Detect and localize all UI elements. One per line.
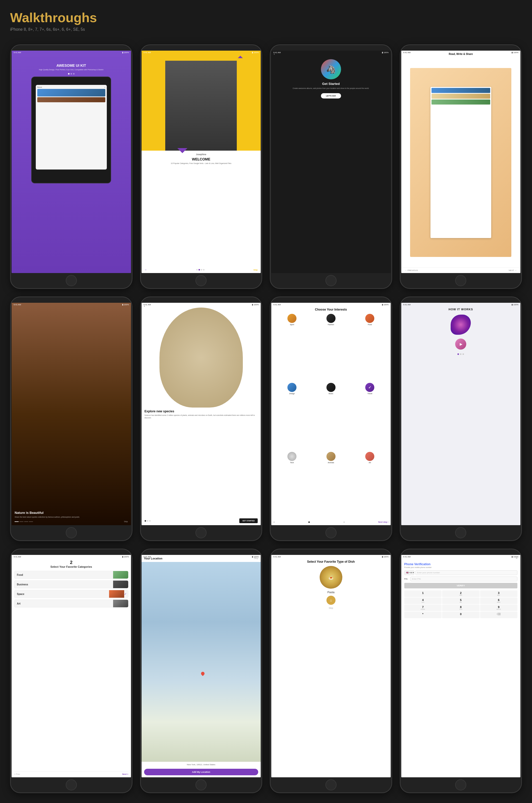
p6-cta-button[interactable]: GET STARTED <box>239 518 258 523</box>
p9-prev-button[interactable]: < Prev <box>14 773 20 775</box>
p12-key-9[interactable]: 9 WXYZ <box>480 605 518 611</box>
p4-next-button[interactable]: NEXT → <box>509 269 517 271</box>
p3-content: ‹ 🦓 Get Started Create awesome albums, a… <box>271 51 391 273</box>
p9-step-number: 2 <box>14 560 129 565</box>
p7-music[interactable]: Music <box>312 383 350 451</box>
p9-title: Select Your Favorite Categories <box>14 565 129 568</box>
p5-content: Nature is Beautiful Share the best natur… <box>12 303 131 525</box>
p11-select-button[interactable]: ⌂ <box>326 596 336 605</box>
p7-travel[interactable]: ✓ Travel <box>351 383 389 451</box>
phone-8-home <box>455 527 466 538</box>
phone-2-notch <box>177 45 225 51</box>
p9-food-img <box>113 571 128 578</box>
p2-triangle <box>177 148 187 153</box>
p9-business-label: Business <box>14 583 113 586</box>
p2-back-arrow-icon[interactable]: ← <box>145 268 148 271</box>
p7-animals[interactable]: Animals <box>312 452 350 519</box>
p12-key-2[interactable]: 2 ABC <box>442 590 480 597</box>
p5-footer: Skip <box>15 520 128 523</box>
p7-fashion[interactable]: Fashion <box>312 314 350 381</box>
p1-inner-img1 <box>37 89 105 96</box>
p1-phone-mockup: Recent ⌕ <box>31 77 111 184</box>
phone-12-screen: 9:41 AM ▮ 100% ✕ Phone Verification Prov… <box>401 555 521 777</box>
battery: ▮ 100% <box>122 556 129 558</box>
p2-dot-4 <box>203 269 205 270</box>
p6-bird-section <box>141 308 261 407</box>
phone-4-status: 9:41 AM ▮ 100% <box>401 51 521 54</box>
time: 9:41 AM <box>403 51 411 54</box>
p5-progress-lines <box>15 521 33 522</box>
time: 9:41 AM <box>403 304 411 306</box>
p12-key-star[interactable]: * <box>404 612 442 618</box>
p8-blob-visual <box>451 314 471 335</box>
p11-home-icon: ⌂ <box>330 598 332 602</box>
p12-key-4[interactable]: 4 GHI <box>404 597 442 604</box>
p5-text-content: Nature is Beautiful Share the best natur… <box>15 511 128 523</box>
p8-play-button[interactable]: ▶ <box>455 339 466 350</box>
p1-dot-2 <box>71 73 72 75</box>
p6-bird-image <box>159 308 243 407</box>
p11-content: Select Your Favorite Type of Dish 🍝 Past… <box>271 555 391 777</box>
p4-hand-img <box>410 68 511 257</box>
p12-key-1[interactable]: 1 <box>404 590 442 597</box>
p9-art-item[interactable]: Art <box>14 599 129 608</box>
p7-dot-3 <box>343 521 345 523</box>
p7-sport[interactable]: Sport <box>273 314 311 381</box>
p11-dish-image: 🍝 <box>320 566 342 589</box>
phone-6-home <box>195 527 207 538</box>
p11-skip-button[interactable]: Skip <box>329 607 333 609</box>
phone-10-screen: 9:41 AM ▮ 100% Your Location Skip New Yo… <box>141 555 261 777</box>
p2-skip-button[interactable]: Skip <box>253 269 258 271</box>
phone-2-screen: 9:41 AM ▮ 100% Josephine WELCOME 10 Popu… <box>141 51 261 273</box>
p4-previous-button[interactable]: ← PREVIOUS <box>405 269 418 271</box>
p9-business-item[interactable]: Business <box>14 580 129 588</box>
phone-8-screen: 9:41 AM ▮ 100% HOW IT WORKS ▶ <box>401 303 521 525</box>
p3-desc: Create awesome albums, add photos from y… <box>289 85 373 91</box>
p7-food-icon <box>365 314 374 323</box>
p12-verify-button[interactable]: VERIFY <box>404 583 518 588</box>
p12-pin-input[interactable]: Enter PIN <box>410 577 518 581</box>
p1-inner-header: Recent ⌕ <box>37 87 105 88</box>
phone-7: 9:41 AM ▮ 100% Choose Your Interests Spo… <box>270 297 392 541</box>
p9-footer: < Prev Next > <box>14 771 129 775</box>
p10-add-location-button[interactable]: Add My Location <box>144 769 259 775</box>
p7-design[interactable]: Design <box>273 383 311 451</box>
page-title: Walkthroughs <box>10 10 522 25</box>
p6-dots <box>145 520 151 522</box>
p7-travel-check: ✓ <box>368 385 371 389</box>
p12-key-5[interactable]: 5 JKL <box>442 597 480 604</box>
p9-space-item[interactable]: Space ✓ <box>14 590 129 598</box>
p12-key-6[interactable]: 6 MNO <box>480 597 518 604</box>
phone-10: 9:41 AM ▮ 100% Your Location Skip New Yo… <box>140 549 263 793</box>
p3-cta-button[interactable]: LET'S GO! <box>321 93 341 98</box>
p6-dot-2 <box>147 520 148 522</box>
phone-4-home <box>455 275 466 286</box>
p7-tech[interactable]: Tech <box>273 452 311 519</box>
phone-12: 9:41 AM ▮ 100% ✕ Phone Verification Prov… <box>400 549 522 793</box>
phone-9-home <box>66 779 77 790</box>
phone-5: 9:41 AM ▮ 100% Nature is Beautiful Share… <box>10 297 133 541</box>
p12-phone-input[interactable]: Enter your phone number <box>415 570 518 575</box>
p12-key-0[interactable]: 0 <box>442 612 480 618</box>
p7-next-step-button[interactable]: Next step › <box>378 521 389 523</box>
p12-key-8[interactable]: 8 TUV <box>442 605 480 611</box>
phone-8-status: 9:41 AM ▮ 100% <box>401 303 521 307</box>
p12-country-code[interactable]: 🇬🇧 +44 ▾ <box>404 570 414 575</box>
p8-dot-3 <box>462 353 464 355</box>
phone-12-notch <box>437 549 485 555</box>
p7-tech-label: Tech <box>290 462 294 463</box>
p7-art[interactable]: Art <box>351 452 389 519</box>
p7-food[interactable]: Food <box>351 314 389 381</box>
p9-food-item[interactable]: Food <box>14 571 129 579</box>
p7-animals-icon <box>326 452 336 461</box>
p12-code: +44 <box>409 572 413 574</box>
p12-key-delete[interactable]: ⌫ <box>480 612 518 618</box>
phone-5-home <box>66 527 77 538</box>
p12-phone-row: 🇬🇧 +44 ▾ Enter your phone number <box>404 570 518 575</box>
p9-next-button[interactable]: Next > <box>122 773 128 775</box>
p12-key-7[interactable]: 7 PQRS <box>404 605 442 611</box>
p10-location-pin-icon <box>200 671 205 676</box>
p12-key-3[interactable]: 3 DEF <box>480 590 518 597</box>
battery: ▮ 100% <box>252 304 259 306</box>
p5-skip-button[interactable]: Skip <box>124 520 128 523</box>
